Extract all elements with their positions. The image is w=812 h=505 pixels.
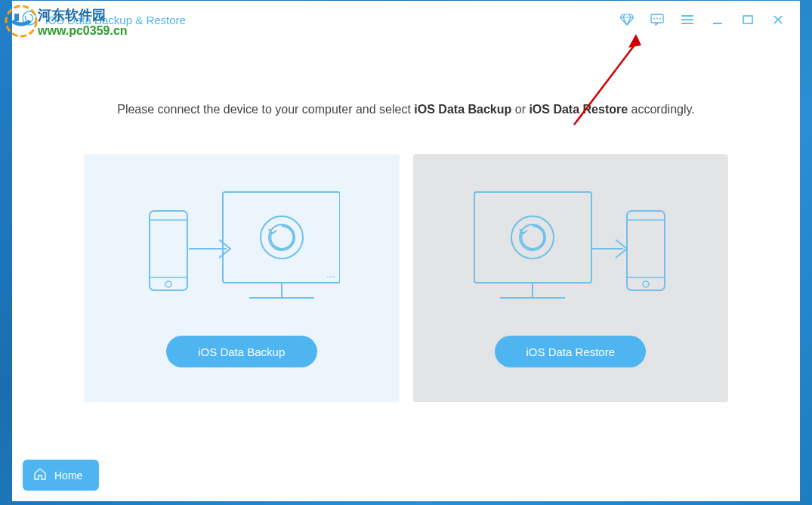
svg-point-27 (520, 225, 545, 250)
svg-rect-12 (223, 192, 340, 283)
minimize-icon[interactable] (711, 13, 724, 26)
svg-point-26 (511, 216, 554, 259)
svg-point-16 (269, 225, 295, 250)
svg-point-3 (656, 18, 658, 20)
home-button[interactable]: Home (23, 460, 99, 491)
app-title: iOS Data Backup & Restore (45, 14, 186, 26)
home-button-label: Home (54, 469, 82, 482)
svg-rect-23 (474, 192, 591, 283)
svg-point-0 (23, 11, 36, 25)
maximize-icon[interactable] (741, 13, 755, 26)
backup-button[interactable]: iOS Data Backup (166, 336, 317, 367)
backup-card[interactable]: ... iOS Data Backup (84, 154, 400, 402)
svg-rect-18 (150, 211, 187, 290)
svg-point-15 (261, 216, 303, 259)
restore-button[interactable]: iOS Data Restore (495, 336, 646, 367)
app-logo-icon (21, 10, 38, 29)
backup-illustration-icon: ... (144, 181, 340, 320)
svg-point-4 (659, 18, 661, 20)
titlebar: iOS Data Backup & Restore (12, 1, 800, 39)
menu-icon[interactable] (681, 13, 694, 26)
svg-point-2 (653, 18, 655, 20)
vip-diamond-icon[interactable] (620, 13, 634, 26)
close-icon[interactable] (771, 13, 785, 26)
restore-card[interactable]: iOS Data Restore (413, 154, 729, 402)
app-window: iOS Data Backup & Restore Please con (12, 1, 800, 501)
svg-rect-9 (743, 16, 752, 23)
svg-rect-28 (627, 211, 665, 290)
feedback-icon[interactable] (650, 13, 664, 26)
instruction-text: Please connect the device to your comput… (12, 39, 800, 154)
home-icon (33, 467, 47, 483)
svg-text:...: ... (326, 268, 335, 280)
restore-illustration-icon (472, 181, 668, 320)
